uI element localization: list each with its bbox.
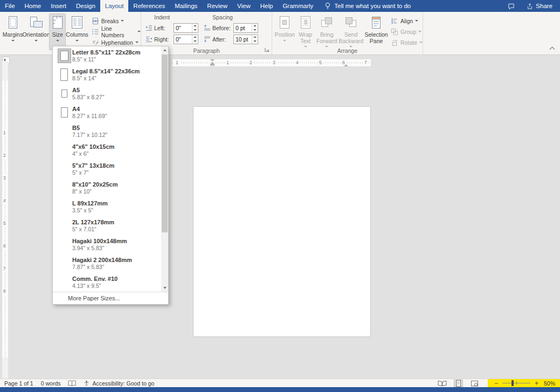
spinner-up-icon[interactable]: [192, 24, 198, 28]
rotate-label: Rotate: [400, 39, 417, 46]
orientation-button[interactable]: Orientation: [23, 13, 49, 50]
spacing-after-spinner[interactable]: [252, 35, 258, 44]
scroll-up-icon[interactable]: [161, 46, 168, 54]
spacing-before-input[interactable]: 0 pt: [233, 23, 258, 33]
hyphenation-button[interactable]: Hyphenation: [92, 38, 141, 46]
paper-size-option-hagaki2[interactable]: Hagaki 2 200x148mm7.87" x 5.83": [53, 254, 161, 273]
spacing-after-label: After:: [212, 36, 232, 43]
spacing-header: Spacing: [212, 14, 258, 20]
indent-marker[interactable]: [210, 59, 215, 66]
wrap-text-label: Wrap Text: [295, 32, 315, 44]
document-page[interactable]: [193, 106, 371, 337]
spacing-after-icon: [204, 36, 211, 43]
spinner-up-icon[interactable]: [252, 35, 258, 39]
word-count[interactable]: 0 words: [41, 380, 61, 387]
zoom-out-button[interactable]: −: [494, 381, 498, 386]
size-button[interactable]: Size: [49, 13, 66, 50]
paragraph-dialog-launcher[interactable]: [264, 47, 270, 53]
paper-size-name: 8"x10" 20x25cm: [72, 181, 117, 188]
indent-right-input[interactable]: 0": [174, 35, 198, 44]
bring-forward-icon: [319, 15, 334, 30]
page-legal-icon: [60, 68, 68, 81]
chevron-down-icon: [283, 40, 286, 42]
breaks-button[interactable]: Breaks: [92, 17, 141, 25]
indent-left-spinner[interactable]: [192, 24, 198, 32]
spacing-after-input[interactable]: 10 pt: [233, 35, 258, 44]
tab-review[interactable]: Review: [202, 0, 232, 12]
scroll-down-icon[interactable]: [161, 284, 168, 292]
tab-layout[interactable]: Layout: [100, 0, 129, 12]
send-backward-icon: [343, 15, 358, 30]
paper-size-option-a4[interactable]: A48.27" x 11.69": [53, 103, 161, 122]
paper-size-option-5x7[interactable]: 5"x7" 13x18cm5" x 7": [53, 160, 161, 178]
zoom-level[interactable]: 50%: [544, 380, 555, 387]
spinner-down-icon[interactable]: [192, 39, 198, 44]
columns-button[interactable]: Columns: [66, 13, 88, 50]
tab-grammarly[interactable]: Grammarly: [278, 0, 318, 12]
bring-forward-button[interactable]: Bring Forward: [315, 13, 338, 50]
more-paper-sizes-button[interactable]: More Paper Sizes...: [53, 292, 168, 304]
paper-size-option-2l[interactable]: 2L 127x178mm5" x 7.01": [53, 216, 161, 235]
paper-size-option-hagaki[interactable]: Hagaki 100x148mm3.94" x 5.83": [53, 235, 161, 254]
paper-size-option-comm-env-10[interactable]: Comm. Env. #104.13" x 9.5": [53, 273, 161, 292]
dropdown-scrollbar[interactable]: [161, 46, 168, 292]
spinner-up-icon[interactable]: [252, 24, 258, 28]
spacing-before-spinner[interactable]: [252, 24, 258, 32]
tab-help[interactable]: Help: [255, 0, 278, 12]
paper-size-option-b5[interactable]: B57.17" x 10.12": [53, 122, 161, 141]
share-button[interactable]: Share: [527, 3, 552, 10]
spinner-down-icon[interactable]: [192, 28, 198, 32]
proofing-icon[interactable]: [68, 380, 76, 387]
right-indent-marker[interactable]: [344, 64, 348, 66]
rotate-button[interactable]: Rotate: [391, 38, 423, 46]
position-button[interactable]: Position: [274, 13, 295, 50]
paper-size-option-l[interactable]: L 89x127mm3.5" x 5": [53, 197, 161, 216]
scrollbar-thumb[interactable]: [162, 54, 168, 232]
vertical-ruler[interactable]: 1 2 3 4 5 6 7 8: [2, 61, 8, 380]
size-label: Size: [52, 32, 63, 38]
zoom-slider-thumb[interactable]: [511, 380, 514, 386]
horizontal-ruler[interactable]: 1 1 2 3 4 5 6 7: [172, 59, 371, 66]
paper-size-option-legal[interactable]: Legal 8.5"x14" 22x36cm8.5" x 14": [53, 65, 161, 84]
indent-right-spinner[interactable]: [192, 35, 198, 44]
indent-left-input[interactable]: 0": [174, 23, 198, 33]
read-mode-button[interactable]: [438, 380, 447, 387]
tab-design[interactable]: Design: [71, 0, 100, 12]
wrap-text-button[interactable]: Wrap Text: [295, 13, 315, 50]
line-numbers-button[interactable]: Line Numbers: [92, 27, 141, 36]
tab-home[interactable]: Home: [20, 0, 46, 12]
selection-pane-button[interactable]: Selection Pane: [364, 13, 389, 50]
spinner-down-icon[interactable]: [252, 28, 258, 32]
chevron-down-icon: [418, 31, 421, 32]
paper-size-option-letter[interactable]: Letter 8.5"x11" 22x28cm8.5" x 11": [53, 46, 161, 65]
align-button[interactable]: Align: [391, 17, 423, 25]
spacing-before-label: Before:: [212, 25, 232, 31]
paper-size-name: Legal 8.5"x14" 22x36cm: [72, 68, 140, 75]
send-backward-label: Send Backward: [338, 32, 364, 44]
tab-insert[interactable]: Insert: [46, 0, 71, 12]
spinner-down-icon[interactable]: [252, 39, 258, 44]
paper-size-option-a5[interactable]: A55.83" x 8.27": [53, 84, 161, 103]
web-layout-button[interactable]: [470, 380, 479, 387]
view-shortcuts: [438, 380, 479, 387]
spinner-up-icon[interactable]: [192, 35, 198, 39]
tab-view[interactable]: View: [232, 0, 255, 12]
tell-me-box[interactable]: Tell me what you want to do: [324, 0, 411, 12]
columns-icon: [70, 15, 85, 30]
group-button[interactable]: Group: [391, 27, 423, 36]
page-indicator[interactable]: Page 1 of 1: [4, 380, 33, 387]
tab-mailings[interactable]: Mailings: [170, 0, 202, 12]
tab-references[interactable]: References: [128, 0, 170, 12]
comments-icon[interactable]: [508, 3, 515, 10]
send-backward-button[interactable]: Send Backward: [338, 13, 364, 50]
accessibility-status[interactable]: Accessibility: Good to go: [84, 380, 154, 387]
zoom-slider[interactable]: [502, 383, 530, 383]
tab-file[interactable]: File: [0, 0, 20, 12]
collapse-ribbon-button[interactable]: [550, 46, 555, 51]
margins-button[interactable]: Margins: [2, 13, 23, 50]
paper-size-option-4x6[interactable]: 4"x6" 10x15cm4" x 6": [53, 141, 161, 160]
zoom-in-button[interactable]: +: [535, 381, 538, 386]
rotate-icon: [391, 39, 398, 46]
print-layout-button[interactable]: [454, 380, 463, 387]
paper-size-option-8x10[interactable]: 8"x10" 20x25cm8" x 10": [53, 178, 161, 197]
